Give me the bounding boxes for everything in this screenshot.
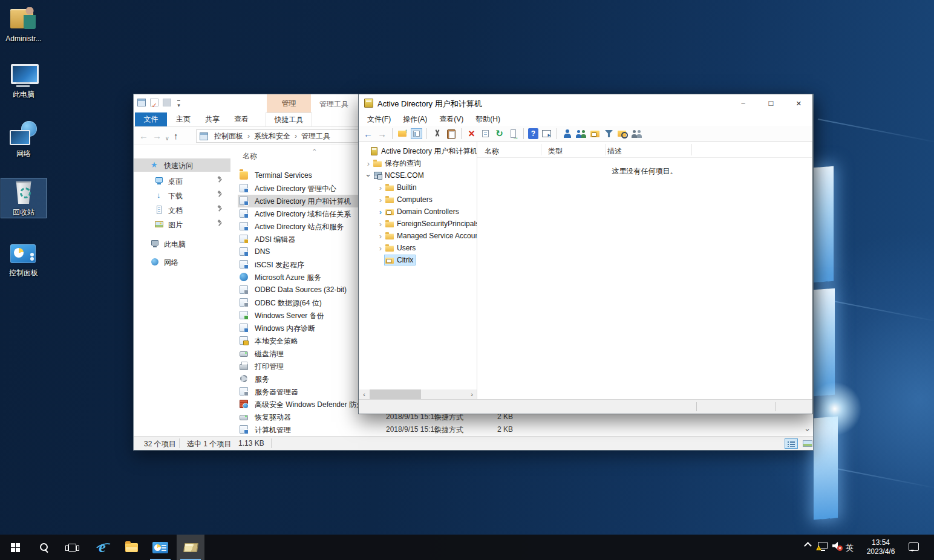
back-icon[interactable]: ←	[139, 130, 148, 142]
checkbox-icon[interactable]	[150, 99, 158, 106]
up-icon[interactable]: ↑	[174, 130, 178, 142]
column-name[interactable]: 名称	[485, 146, 499, 157]
menu-item[interactable]: 文件(F)	[361, 114, 397, 125]
breadcrumb-item[interactable]: 控制面板	[212, 131, 246, 142]
tree-chevron-icon[interactable]: ›	[376, 244, 385, 253]
new-group-button[interactable]	[575, 128, 587, 139]
ad-console-button[interactable]	[177, 535, 204, 560]
tree-chevron-icon[interactable]: ›	[376, 232, 385, 241]
maximize-button[interactable]: □	[757, 94, 785, 112]
back-button[interactable]	[362, 128, 374, 139]
tab-共享[interactable]: 共享	[198, 112, 227, 126]
tree-chevron-icon[interactable]: ›	[376, 207, 385, 217]
sidebar-item-this-pc[interactable]: 此电脑	[134, 237, 230, 250]
tree-node[interactable]: ›Domain Controllers	[359, 206, 477, 218]
input-language-indicator[interactable]: 英	[846, 542, 854, 553]
chevron-down-icon[interactable]	[175, 99, 182, 106]
desktop-icon-control-panel[interactable]: 控制面板	[1, 239, 46, 278]
tab-快捷工具[interactable]: 快捷工具	[266, 112, 312, 126]
tab-主页[interactable]: 主页	[169, 112, 198, 126]
sidebar-item-network[interactable]: 网络	[134, 255, 230, 269]
refresh-button[interactable]	[494, 128, 505, 139]
tab-查看[interactable]: 查看	[227, 112, 256, 126]
delete-button[interactable]	[466, 128, 477, 139]
details-view-toggle[interactable]	[785, 438, 798, 449]
menu-item[interactable]: 查看(V)	[433, 114, 469, 125]
find-button[interactable]	[617, 128, 629, 139]
menu-item[interactable]: 帮助(H)	[469, 114, 506, 125]
tree-horizontal-scrollbar[interactable]: ‹ ›	[359, 389, 477, 399]
sort-ascending-icon[interactable]: ›	[310, 149, 318, 151]
up-folder-button[interactable]	[397, 128, 408, 139]
hidden-icons-chevron-icon[interactable]	[804, 542, 812, 550]
tree-chevron-icon[interactable]: ›	[364, 171, 373, 180]
scrollbar-thumb[interactable]	[370, 389, 421, 399]
start-button[interactable]	[1, 535, 29, 560]
file-explorer-button[interactable]	[117, 535, 145, 560]
sidebar-item-documents[interactable]: 文档	[134, 203, 230, 217]
scrollbar-down-icon[interactable]	[803, 426, 812, 435]
desktop-icon-administrator[interactable]: Administr...	[1, 5, 46, 44]
app-window-icon[interactable]	[137, 99, 146, 106]
tree-node[interactable]: ›ForeignSecurityPrincipals	[359, 218, 477, 230]
contextual-tab-manage[interactable]: 管理	[267, 94, 311, 112]
show-window-button[interactable]	[541, 128, 552, 139]
control-panel-button[interactable]	[146, 535, 174, 560]
column-description[interactable]: 描述	[607, 146, 622, 157]
tree-chevron-icon[interactable]: ›	[376, 220, 385, 229]
tree-node[interactable]: Citrix	[359, 254, 477, 266]
breadcrumb-item[interactable]: 系统和安全	[252, 131, 293, 142]
tree-node[interactable]: ›Managed Service Accounts	[359, 230, 477, 242]
tree-node[interactable]: ›NCSE.COM	[359, 169, 477, 181]
column-header-name[interactable]: 名称	[243, 151, 257, 161]
volume-muted-icon[interactable]	[832, 542, 841, 550]
close-button[interactable]: ×	[785, 94, 812, 112]
network-warning-icon[interactable]	[818, 542, 828, 549]
sidebar-item-desktop[interactable]: 桌面	[134, 174, 230, 187]
sidebar-item-downloads[interactable]: 下载	[134, 189, 230, 202]
paste-button[interactable]	[445, 128, 457, 139]
filter-button[interactable]	[603, 128, 615, 139]
tree-chevron-icon[interactable]: ›	[376, 183, 385, 192]
tree-node[interactable]: ›Computers	[359, 194, 477, 206]
cut-button[interactable]	[431, 128, 443, 139]
sidebar-item-pictures[interactable]: 图片	[134, 218, 230, 231]
breadcrumb-item[interactable]: 管理工具	[299, 131, 333, 142]
action-center-icon[interactable]	[909, 542, 919, 551]
file-item[interactable]: 计算机管理2018/9/15 15:12快捷方式2 KB	[238, 423, 576, 436]
console-tree-button[interactable]	[411, 128, 422, 139]
desktop-icon-this-pc[interactable]: 此电脑	[1, 60, 46, 100]
recent-chevron-icon[interactable]: ∨	[165, 132, 169, 145]
new-user-button[interactable]	[561, 128, 573, 139]
members-button[interactable]	[631, 128, 642, 139]
sidebar-item-quick-access[interactable]: 快速访问	[134, 158, 230, 172]
tab-文件[interactable]: 文件	[135, 112, 167, 126]
menu-item[interactable]: 操作(A)	[397, 114, 433, 125]
tree-node[interactable]: ›Users	[359, 242, 477, 254]
taskbar-clock[interactable]: 13:54 2023/4/6	[861, 538, 900, 556]
scroll-right-icon[interactable]: ›	[467, 389, 477, 399]
forward-button[interactable]	[376, 128, 388, 139]
forward-icon[interactable]: →	[152, 130, 162, 142]
minimize-button[interactable]: −	[730, 94, 757, 112]
export-list-button[interactable]	[508, 128, 519, 139]
desktop-icon-recycle-bin[interactable]: 回收站	[1, 178, 46, 218]
desktop-icon-network[interactable]: 网络	[1, 120, 46, 159]
tree-node[interactable]: ›保存的查询	[359, 157, 477, 169]
blank-icon[interactable]	[163, 99, 171, 106]
properties-button[interactable]	[480, 128, 491, 139]
help-button[interactable]	[528, 128, 538, 139]
tree-node[interactable]: Active Directory 用户和计算机	[359, 145, 477, 157]
tree-node[interactable]: ›Builtin	[359, 181, 477, 194]
column-type[interactable]: 类型	[548, 146, 563, 157]
ad-window-title: Active Directory 用户和计算机	[377, 99, 482, 109]
new-ou-button[interactable]	[589, 128, 601, 139]
task-view-button[interactable]	[58, 535, 86, 560]
search-button[interactable]	[30, 535, 58, 560]
thumbnail-view-toggle[interactable]	[801, 438, 814, 449]
ad-titlebar[interactable]: Active Directory 用户和计算机 − □ ×	[359, 94, 812, 112]
tree-chevron-icon[interactable]: ›	[364, 159, 373, 168]
tree-chevron-icon[interactable]: ›	[376, 195, 385, 204]
internet-explorer-button[interactable]: e	[88, 535, 116, 560]
scroll-left-icon[interactable]: ‹	[359, 389, 369, 399]
